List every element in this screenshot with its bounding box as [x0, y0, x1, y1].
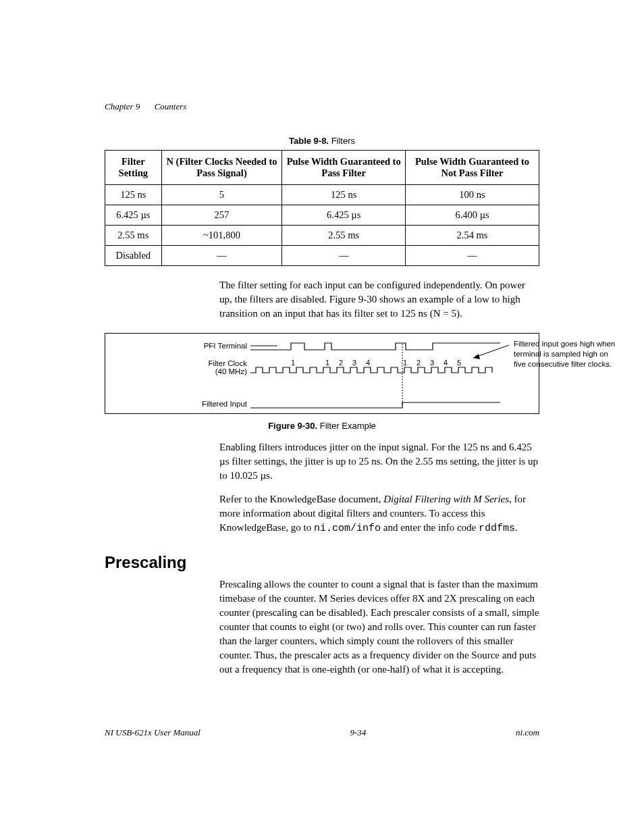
figure-caption-text: Filter Example — [320, 421, 376, 431]
table-row: 2.55 ms ~101,800 2.55 ms 2.54 ms — [105, 226, 539, 246]
page-footer: NI USB-621x User Manual 9-34 ni.com — [105, 727, 539, 738]
body-paragraph: The filter setting for each input can be… — [219, 278, 539, 321]
figure-caption: Figure 9-30. Filter Example — [105, 421, 539, 431]
table-cell: 125 ns — [282, 185, 406, 205]
table-row: 6.425 µs 257 6.425 µs 6.400 µs — [105, 205, 539, 226]
table-caption: Table 9-8. Filters — [105, 136, 539, 146]
col-header: Pulse Width Guaranteed to Pass Filter — [282, 151, 406, 185]
col-header: N (Filter Clocks Needed to Pass Signal) — [161, 151, 282, 185]
chapter-title: Counters — [155, 101, 187, 111]
table-cell: 2.54 ms — [406, 226, 539, 246]
figure-annotation: Filtered input goes high when terminal i… — [514, 339, 622, 369]
col-header: Pulse Width Guaranteed to Not Pass Filte… — [406, 151, 539, 185]
table-caption-text: Filters — [331, 136, 355, 146]
fig-label-filtered: Filtered Input — [202, 400, 247, 408]
table-cell: 100 ns — [406, 185, 539, 205]
info-code: rddfms — [479, 523, 515, 534]
table-cell: — — [406, 246, 539, 266]
col-header: Filter Setting — [105, 151, 162, 185]
waveform-pfi — [250, 342, 500, 351]
kb-doc-title: Digital Filtering with M Series — [383, 494, 509, 504]
table-cell: 2.55 ms — [105, 226, 162, 246]
figure-filter-example: PFI Terminal Filter Clock (40 MHz) 1 1 2… — [105, 333, 539, 414]
table-row: Disabled — — — — [105, 246, 539, 266]
filters-table: Filter Setting N (Filter Clocks Needed t… — [105, 150, 539, 266]
chapter-number: Chapter 9 — [105, 101, 140, 111]
waveform-filtered — [250, 400, 500, 409]
table-cell: — — [282, 246, 406, 266]
body-paragraph: Refer to the KnowledgeBase document, Dig… — [219, 492, 539, 536]
table-caption-label: Table 9-8. — [289, 136, 329, 146]
table-cell: 257 — [161, 205, 282, 226]
url-code: ni.com/info — [314, 523, 381, 534]
fig-label-clk1: Filter Clock — [208, 359, 247, 367]
table-cell: 6.425 µs — [282, 205, 406, 226]
table-cell: — — [161, 246, 282, 266]
fig-label-pfi: PFI Terminal — [204, 342, 247, 350]
fig-label-clk2: (40 MHz) — [215, 367, 247, 375]
table-header-row: Filter Setting N (Filter Clocks Needed t… — [105, 151, 539, 185]
table-cell: 2.55 ms — [282, 226, 406, 246]
text-run: and enter the info code — [381, 522, 479, 533]
section-heading-prescaling: Prescaling — [105, 553, 539, 572]
text-run: Refer to the KnowledgeBase document, — [219, 494, 383, 504]
waveform-clock — [250, 365, 500, 377]
text-run: . — [515, 522, 518, 533]
table-cell: 5 — [161, 185, 282, 205]
footer-right: ni.com — [516, 727, 539, 738]
table-cell: ~101,800 — [161, 226, 282, 246]
table-cell: Disabled — [105, 246, 162, 266]
table-cell: 6.425 µs — [105, 205, 162, 226]
figure-caption-label: Figure 9-30. — [268, 421, 317, 431]
table-row: 125 ns 5 125 ns 100 ns — [105, 185, 539, 205]
table-cell: 125 ns — [105, 185, 162, 205]
footer-left: NI USB-621x User Manual — [105, 727, 200, 738]
running-header: Chapter 9 Counters — [105, 101, 539, 112]
body-paragraph: Enabling filters introduces jitter on th… — [219, 440, 539, 483]
svg-marker-2 — [473, 354, 480, 359]
body-paragraph: Prescaling allows the counter to count a… — [219, 577, 539, 677]
footer-center: 9-34 — [350, 727, 367, 738]
table-cell: 6.400 µs — [406, 205, 539, 226]
